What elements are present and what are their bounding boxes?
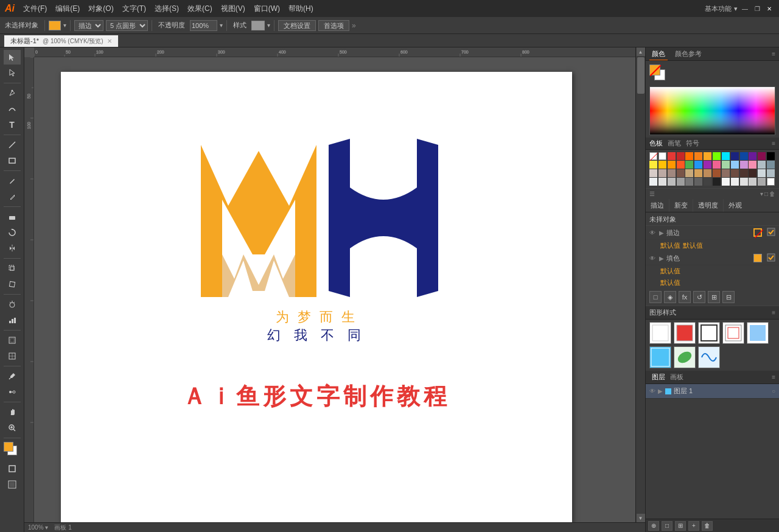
draw-mode-select[interactable]: 描边 <box>74 20 103 31</box>
swatch-grey14[interactable] <box>740 178 748 186</box>
swatch-grey15[interactable] <box>749 178 756 186</box>
appearance-icon-1[interactable]: □ <box>649 291 662 303</box>
layers-panel-menu-icon[interactable]: ≡ <box>772 374 775 380</box>
stroke-arrow-icon[interactable]: ▶ <box>659 229 664 236</box>
style-dropdown-icon[interactable]: ▾ <box>267 22 270 29</box>
swatch-grey6[interactable] <box>668 178 676 186</box>
reflect-tool[interactable] <box>4 241 21 256</box>
swatch-brown1[interactable] <box>649 169 657 177</box>
locate-object-button[interactable]: ⊕ <box>648 521 659 531</box>
appearance-icon-2[interactable]: ◈ <box>664 291 676 303</box>
symbols-tab[interactable]: 符号 <box>686 139 699 148</box>
swatch-orange3[interactable] <box>668 161 676 169</box>
swatches-delete-icon[interactable]: 🗑 <box>769 191 775 197</box>
color-reference-tab[interactable]: 颜色参考 <box>672 48 704 60</box>
eyedropper-tool[interactable] <box>4 369 21 383</box>
fill-color-preview[interactable] <box>753 254 762 262</box>
fill-swatch-bottom[interactable] <box>4 442 13 452</box>
swatch-blue2[interactable] <box>740 152 748 160</box>
swatch-yellow2[interactable] <box>649 161 657 169</box>
workspace-dropdown-icon[interactable]: ▾ <box>734 5 738 13</box>
panel-collapse-icon[interactable]: ≡ <box>772 51 775 57</box>
swatch-grey5[interactable] <box>658 178 666 186</box>
swatch-white2[interactable] <box>767 178 775 186</box>
swatch-orange1[interactable] <box>685 152 693 160</box>
fill-color-swatch[interactable] <box>49 21 61 30</box>
appearance-tab-btn[interactable]: 外观 <box>724 199 747 212</box>
menu-effect[interactable]: 效果(C) <box>184 2 216 15</box>
rect-tool[interactable] <box>4 153 21 168</box>
document-tab[interactable]: 未标题-1* @ 100% (CMYK/预览) ✕ <box>4 35 119 47</box>
type-tool[interactable]: T <box>4 117 21 132</box>
layers-tab[interactable]: 图层 <box>649 373 668 382</box>
paintbrush-tool[interactable] <box>4 173 21 188</box>
gs-thumb-1[interactable] <box>649 322 671 344</box>
transparency-tab-btn[interactable]: 透明度 <box>693 199 724 212</box>
swatch-gold[interactable] <box>694 169 702 177</box>
swatch-grey10[interactable] <box>704 178 711 186</box>
menu-file[interactable]: 文件(F) <box>19 2 51 15</box>
symbol-sprayer-tool[interactable] <box>4 297 21 312</box>
swatch-tan[interactable] <box>685 169 693 177</box>
foreground-color-swatch[interactable] <box>649 65 660 75</box>
swatch-pink1[interactable] <box>758 152 766 160</box>
fill-eye-icon[interactable]: 👁 <box>649 255 655 262</box>
eraser-tool[interactable] <box>4 209 21 224</box>
transform-tab-btn[interactable]: 新变 <box>669 199 693 212</box>
appearance-icon-5[interactable]: ⊞ <box>708 291 720 303</box>
gs-thumb-5[interactable] <box>747 322 769 344</box>
free-transform-tool[interactable] <box>4 277 21 292</box>
tab-close-button[interactable]: ✕ <box>107 38 112 44</box>
layer-1-target-icon[interactable]: ○ <box>772 388 775 394</box>
swatch-white[interactable] <box>658 152 666 160</box>
brushes-tab[interactable]: 画笔 <box>668 139 681 148</box>
artboard-tool[interactable] <box>4 333 21 348</box>
new-layer-button[interactable]: + <box>688 521 699 531</box>
swatch-brown5[interactable] <box>722 169 730 177</box>
swatches-options-icon[interactable]: ▾ <box>760 191 763 197</box>
swatch-brown7[interactable] <box>740 169 748 177</box>
opacity-dropdown-icon[interactable]: ▾ <box>220 22 223 29</box>
fill-checkbox[interactable] <box>767 253 775 263</box>
scroll-up-button[interactable]: ▲ <box>637 47 645 56</box>
swatch-sienna[interactable] <box>713 169 721 177</box>
preferences-button[interactable]: 首选项 <box>318 20 349 31</box>
menu-edit[interactable]: 编辑(E) <box>52 2 83 15</box>
swatch-brown3[interactable] <box>668 169 676 177</box>
column-graph-tool[interactable] <box>4 313 21 327</box>
swatch-grey16[interactable] <box>758 178 766 186</box>
appearance-icon-6[interactable]: ⊟ <box>722 291 735 303</box>
swatches-new-icon[interactable]: □ <box>764 191 768 197</box>
swatch-red2[interactable] <box>677 152 685 160</box>
swatches-libs-icon[interactable]: ☰ <box>649 191 655 197</box>
swatch-lightgreen[interactable] <box>722 161 730 169</box>
restore-button[interactable]: ❐ <box>752 4 762 13</box>
scale-tool[interactable] <box>4 261 21 276</box>
layer-row-1[interactable]: 👁 ▶ 图层 1 ○ <box>646 384 779 399</box>
swatch-brown8[interactable] <box>749 169 756 177</box>
shape-select[interactable]: 5 点圆形 <box>106 20 148 31</box>
swatch-pink2[interactable] <box>713 161 721 169</box>
swatch-bluegrey[interactable] <box>758 161 766 169</box>
new-sublayer-button[interactable]: ⊞ <box>675 521 686 531</box>
draw-mode-normal[interactable] <box>4 461 21 476</box>
delete-layer-button[interactable]: 🗑 <box>702 521 713 531</box>
appearance-icon-4[interactable]: ↺ <box>693 291 705 303</box>
swatch-caramel[interactable] <box>704 169 711 177</box>
line-tool[interactable] <box>4 138 21 152</box>
swatch-grey11[interactable] <box>713 178 721 186</box>
swatch-purple2[interactable] <box>704 161 711 169</box>
layer-1-lock-icon[interactable]: ▶ <box>658 388 663 394</box>
gs-thumb-4[interactable] <box>722 322 744 344</box>
close-button[interactable]: ✕ <box>764 4 774 13</box>
swatch-green1[interactable] <box>713 152 721 160</box>
swatch-blue1[interactable] <box>731 152 739 160</box>
gs-thumb-2[interactable] <box>674 322 696 344</box>
appearance-icon-3[interactable]: fx <box>679 291 691 303</box>
menu-text[interactable]: 文字(T) <box>119 2 150 15</box>
menu-help[interactable]: 帮助(H) <box>285 2 317 15</box>
doc-settings-button[interactable]: 文档设置 <box>278 20 316 31</box>
swatch-grey3[interactable] <box>767 169 775 177</box>
gs-thumb-7[interactable] <box>674 346 696 368</box>
minimize-button[interactable]: — <box>740 4 750 13</box>
